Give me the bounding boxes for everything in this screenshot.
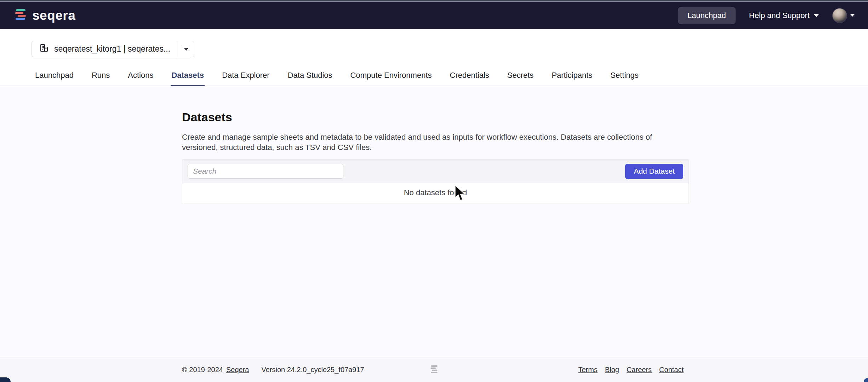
- chevron-down-icon: [850, 14, 855, 17]
- copyright-text: © 2019-2024: [182, 366, 223, 374]
- footer-link-careers[interactable]: Careers: [627, 366, 652, 374]
- footer-link-terms[interactable]: Terms: [578, 366, 597, 374]
- page-description: Create and manage sample sheets and meta…: [182, 132, 689, 152]
- seqera-logo-icon: [13, 8, 28, 23]
- user-menu[interactable]: [832, 8, 855, 23]
- workspace-selector-label: seqeratest_kitorg1 | seqerates...: [54, 44, 170, 54]
- footer-link-contact[interactable]: Contact: [659, 366, 684, 374]
- chevron-down-icon: [814, 14, 819, 17]
- workspace-header: seqeratest_kitorg1 | seqerates... Launch…: [0, 29, 868, 86]
- brand-wordmark: seqera: [32, 8, 75, 23]
- search-input[interactable]: [188, 164, 343, 179]
- footer-link-seqera[interactable]: Seqera: [226, 366, 249, 374]
- user-avatar: [832, 8, 847, 23]
- tab-credentials[interactable]: Credentials: [449, 66, 490, 86]
- empty-state-message: No datasets found: [182, 183, 689, 203]
- workspace-selector-dropdown[interactable]: [178, 41, 194, 57]
- workspace-tabs: Launchpad Runs Actions Datasets Data Exp…: [0, 66, 868, 86]
- tab-compute-environments[interactable]: Compute Environments: [350, 66, 433, 86]
- workspace-selector[interactable]: seqeratest_kitorg1 | seqerates...: [32, 41, 194, 57]
- seqera-footer-logo-icon: [429, 364, 439, 375]
- tab-secrets[interactable]: Secrets: [507, 66, 535, 86]
- tab-data-studios[interactable]: Data Studios: [287, 66, 333, 86]
- help-menu-label: Help and Support: [749, 11, 810, 20]
- main-content: Datasets Create and manage sample sheets…: [0, 86, 868, 357]
- version-text: Version 24.2.0_cycle25_f07a917: [261, 366, 364, 374]
- chevron-down-icon: [184, 48, 189, 51]
- add-dataset-button[interactable]: Add Dataset: [625, 164, 683, 179]
- footer-link-blog[interactable]: Blog: [605, 366, 619, 374]
- page-title: Datasets: [182, 110, 689, 124]
- brand-logo[interactable]: seqera: [13, 8, 75, 23]
- page-footer: © 2019-2024 Seqera Version 24.2.0_cycle2…: [0, 357, 868, 382]
- datasets-toolbar: Add Dataset: [182, 160, 689, 183]
- tab-runs[interactable]: Runs: [91, 66, 110, 86]
- tab-settings[interactable]: Settings: [610, 66, 639, 86]
- organization-building-icon: [39, 43, 49, 55]
- tab-launchpad[interactable]: Launchpad: [34, 66, 74, 86]
- top-navbar: seqera Launchpad Help and Support: [0, 2, 868, 29]
- launchpad-button[interactable]: Launchpad: [678, 7, 736, 24]
- tab-actions[interactable]: Actions: [127, 66, 154, 86]
- tab-data-explorer[interactable]: Data Explorer: [221, 66, 270, 86]
- tab-participants[interactable]: Participants: [551, 66, 593, 86]
- tab-datasets[interactable]: Datasets: [171, 66, 205, 86]
- help-and-support-menu[interactable]: Help and Support: [749, 11, 819, 20]
- datasets-panel: Add Dataset No datasets found: [182, 159, 689, 203]
